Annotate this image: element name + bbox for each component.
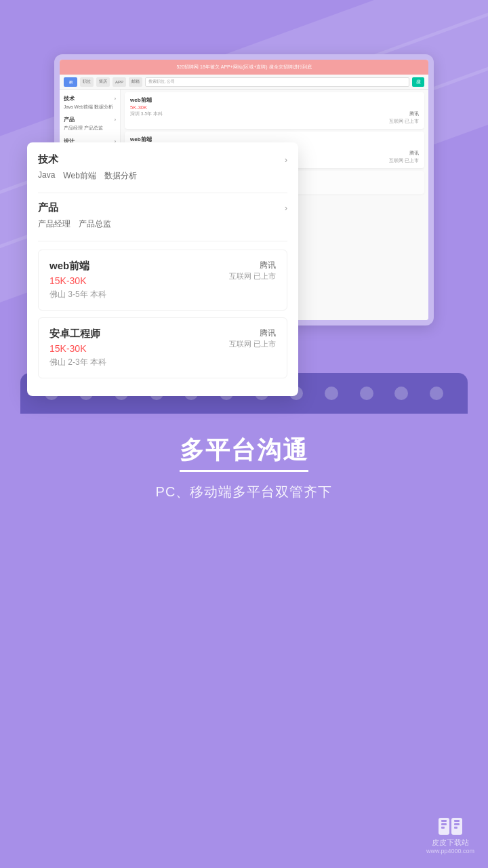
main-title-text: 多平台沟通	[180, 434, 308, 472]
popup-tech-tags: Java Web前端 数据分析	[38, 170, 287, 182]
browser-banner: 520招聘网 18年被欠 APP+网站(区域+直聘) 搜全京招聘进行到底	[60, 60, 428, 75]
svg-rect-5	[454, 820, 460, 822]
popup-product-header: 产品 ›	[38, 201, 287, 214]
sub-title-text: PC、移动端多平台双管齐下	[156, 483, 333, 501]
popup-job-title-1: web前端	[49, 260, 106, 273]
popup-section-tech: 技术 › Java Web前端 数据分析	[38, 153, 287, 182]
sidebar-tech: 技术 › Java Web前端 数据分析	[64, 95, 116, 111]
nav-tab-1[interactable]: 职位	[80, 77, 94, 87]
job-card-1[interactable]: web前端 5K-30K 深圳 3-5年 本科 腾讯 互联网 已上市	[125, 92, 424, 129]
job-tags-1: 互联网 已上市	[130, 119, 419, 125]
popup-job-location-1: 佛山 3-5年 本科	[49, 289, 106, 300]
text-section: 多平台沟通 PC、移动端多平台双管齐下	[129, 434, 360, 501]
popup-product-tags: 产品经理 产品总监	[38, 218, 287, 230]
sidebar-tech-title: 技术 ›	[64, 95, 116, 102]
svg-rect-1	[441, 820, 447, 822]
platform-dot	[430, 387, 443, 400]
popup-job-salary-2: 15K-30K	[49, 343, 106, 354]
platform-dot	[394, 387, 408, 400]
browser-nav: 招 职位 简历 APP 邮箱 搜索职位, 公司 搜	[60, 75, 428, 90]
search-btn[interactable]: 搜	[412, 77, 424, 87]
popup-job-location-2: 佛山 2-3年 本科	[49, 357, 106, 368]
nav-logo: 招	[64, 77, 77, 87]
job-meta-1: 深圳 3-5年 本科 腾讯	[130, 111, 419, 117]
popup-tech-header: 技术 ›	[38, 153, 287, 166]
popup-job-tags-2: 互联网 已上市	[229, 339, 276, 349]
popup-job-2[interactable]: 安卓工程师 15K-30K 佛山 2-3年 本科 腾讯 互联网 已上市	[38, 317, 287, 378]
popup-job-company-1: 腾讯	[229, 260, 276, 271]
popup-section-product: 产品 › 产品经理 产品总监	[38, 201, 287, 230]
popup-job-1[interactable]: web前端 15K-30K 佛山 3-5年 本科 腾讯 互联网 已上市	[38, 250, 287, 311]
watermark-logo	[436, 816, 464, 836]
popup-tech-title: 技术	[38, 153, 58, 166]
sidebar-tech-items: Java Web前端 数据分析	[64, 104, 116, 111]
popup-job-company-2: 腾讯	[229, 328, 276, 339]
sidebar-product-title: 产品 ›	[64, 116, 116, 123]
popup-job-title-2: 安卓工程师	[49, 328, 106, 340]
popup-tech-arrow: ›	[285, 155, 287, 165]
nav-tab-3[interactable]: APP	[113, 77, 126, 87]
job-title-1: web前端	[130, 96, 419, 104]
svg-rect-3	[441, 827, 445, 829]
popup-panel: 技术 › Java Web前端 数据分析 产品 › 产品经理 产品总监	[27, 142, 298, 396]
watermark-site: 皮皮下载站	[432, 837, 469, 848]
pp-logo-icon	[439, 818, 462, 835]
watermark: 皮皮下载站 www.pp4000.com	[426, 816, 474, 854]
search-url[interactable]: 搜索职位, 公司	[145, 77, 409, 87]
monitor-illustration: 520招聘网 18年被欠 APP+网站(区域+直聘) 搜全京招聘进行到底 招 职…	[34, 54, 454, 414]
main-container: 520招聘网 18年被欠 APP+网站(区域+直聘) 搜全京招聘进行到底 招 职…	[0, 0, 488, 868]
nav-tab-2[interactable]: 简历	[96, 77, 110, 87]
popup-job-salary-1: 15K-30K	[49, 275, 106, 286]
platform-dot	[360, 387, 373, 400]
svg-rect-6	[454, 823, 460, 825]
popup-product-title: 产品	[38, 201, 58, 214]
svg-rect-2	[441, 823, 447, 825]
main-title: 多平台沟通	[156, 434, 333, 483]
divider-2	[38, 241, 287, 241]
sidebar-product-items: 产品经理 产品总监	[64, 125, 116, 132]
watermark-url: www.pp4000.com	[426, 848, 474, 854]
divider-1	[38, 193, 287, 193]
banner-text: 520招聘网 18年被欠 APP+网站(区域+直聘) 搜全京招聘进行到底	[176, 64, 311, 71]
platform-dot	[325, 387, 338, 400]
sidebar-product: 产品 › 产品经理 产品总监	[64, 116, 116, 132]
job-salary-1: 5K-30K	[130, 104, 419, 111]
svg-rect-7	[454, 827, 458, 829]
nav-tab-4[interactable]: 邮箱	[129, 77, 142, 87]
popup-product-arrow: ›	[285, 203, 287, 213]
popup-job-tags-1: 互联网 已上市	[229, 271, 276, 281]
